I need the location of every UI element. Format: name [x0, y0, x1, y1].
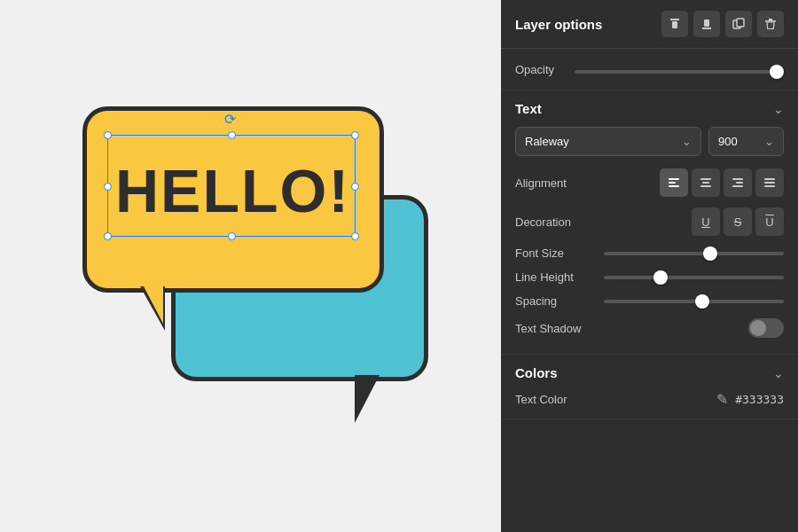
opacity-label: Opacity	[515, 63, 564, 76]
font-weight: 900	[718, 135, 738, 148]
toggle-knob	[750, 320, 766, 336]
svg-rect-0	[670, 19, 679, 20]
font-size-row: Font Size	[515, 246, 784, 260]
colors-chevron-icon: ⌄	[773, 366, 784, 380]
duplicate-button[interactable]	[725, 11, 752, 37]
svg-rect-6	[765, 20, 776, 22]
svg-rect-1	[672, 21, 677, 28]
colors-section-title: Colors	[515, 365, 558, 380]
opacity-row: Opacity	[501, 49, 798, 90]
svg-rect-3	[702, 27, 711, 29]
text-shadow-label: Text Shadow	[515, 322, 595, 335]
text-section: Text ⌄ Raleway ⌄ 900 ⌄ Alignment	[501, 90, 798, 355]
overline-button[interactable]: U	[755, 207, 784, 236]
font-select[interactable]: Raleway ⌄	[515, 127, 701, 156]
spacing-slider[interactable]	[604, 300, 784, 303]
line-height-row: Line Height	[515, 270, 784, 284]
layer-options-title: Layer options	[515, 17, 602, 32]
layer-options-icons	[661, 11, 784, 37]
weight-dropdown-icon: ⌄	[764, 135, 774, 148]
svg-rect-9	[669, 185, 679, 187]
opacity-slider[interactable]	[575, 70, 784, 74]
align-center-button[interactable]	[692, 168, 720, 197]
svg-rect-13	[732, 178, 743, 180]
font-row: Raleway ⌄ 900 ⌄	[515, 127, 784, 156]
layer-options-header: Layer options	[501, 0, 798, 49]
align-top-icon	[669, 18, 681, 30]
alignment-btn-group	[660, 168, 784, 197]
color-picker-icon[interactable]: ✎	[716, 391, 728, 408]
decoration-row: Decoration U S U	[515, 207, 784, 236]
text-shadow-toggle[interactable]	[748, 318, 784, 338]
illustration: HELLO! ⟳	[56, 80, 446, 452]
svg-rect-5	[737, 19, 744, 27]
line-height-slider[interactable]	[604, 276, 784, 279]
color-picker-group: ✎ #333333	[716, 391, 784, 408]
svg-rect-17	[764, 182, 775, 184]
align-left-icon	[668, 176, 680, 189]
underline-button[interactable]: U	[692, 207, 720, 236]
font-dropdown-icon: ⌄	[682, 135, 692, 148]
hello-text[interactable]: HELLO!	[82, 142, 384, 239]
delete-icon	[764, 18, 777, 30]
svg-rect-2	[704, 20, 709, 27]
svg-rect-10	[700, 178, 711, 180]
align-justify-icon	[763, 176, 776, 189]
text-color-label: Text Color	[515, 393, 595, 406]
align-top-button[interactable]	[661, 11, 688, 37]
strikethrough-button[interactable]: S	[724, 207, 752, 236]
align-center-icon	[700, 176, 712, 189]
svg-rect-16	[764, 178, 775, 180]
line-height-label: Line Height	[515, 270, 595, 284]
font-size-label: Font Size	[515, 246, 595, 260]
weight-select[interactable]: 900 ⌄	[708, 127, 784, 156]
spacing-row: Spacing	[515, 294, 784, 308]
delete-button[interactable]	[757, 11, 784, 37]
alignment-label: Alignment	[515, 176, 595, 190]
right-panel: Layer options	[501, 0, 798, 532]
colors-section-header[interactable]: Colors ⌄	[515, 365, 784, 380]
spacing-label: Spacing	[515, 294, 595, 308]
text-color-row: Text Color ✎ #333333	[515, 391, 784, 408]
align-right-icon	[732, 176, 744, 189]
font-size-slider[interactable]	[604, 252, 784, 255]
align-right-button[interactable]	[724, 168, 752, 197]
svg-rect-14	[736, 182, 743, 184]
text-color-value: #333333	[735, 393, 784, 406]
colors-section: Colors ⌄ Text Color ✎ #333333	[501, 355, 798, 419]
svg-rect-7	[669, 178, 679, 180]
align-justify-button[interactable]	[755, 168, 784, 197]
decoration-label: Decoration	[515, 215, 595, 229]
overline-icon: U	[765, 215, 773, 229]
text-section-header[interactable]: Text ⌄	[515, 101, 784, 116]
svg-rect-15	[732, 185, 743, 187]
text-section-title: Text	[515, 101, 542, 116]
text-shadow-row: Text Shadow	[515, 318, 784, 338]
alignment-row: Alignment	[515, 168, 784, 197]
svg-rect-8	[669, 182, 676, 184]
svg-rect-18	[764, 185, 775, 187]
font-name: Raleway	[525, 135, 569, 148]
strikethrough-icon: S	[734, 215, 742, 229]
align-bottom-button[interactable]	[693, 11, 720, 37]
underline-icon: U	[701, 215, 709, 229]
align-bottom-icon	[700, 18, 713, 30]
svg-rect-12	[700, 185, 711, 187]
text-chevron-icon: ⌄	[773, 102, 784, 116]
svg-rect-11	[702, 182, 709, 184]
canvas: HELLO! ⟳	[0, 0, 501, 532]
decoration-btn-group: U S U	[692, 207, 784, 236]
copy-icon	[732, 18, 745, 30]
align-left-button[interactable]	[660, 168, 688, 197]
